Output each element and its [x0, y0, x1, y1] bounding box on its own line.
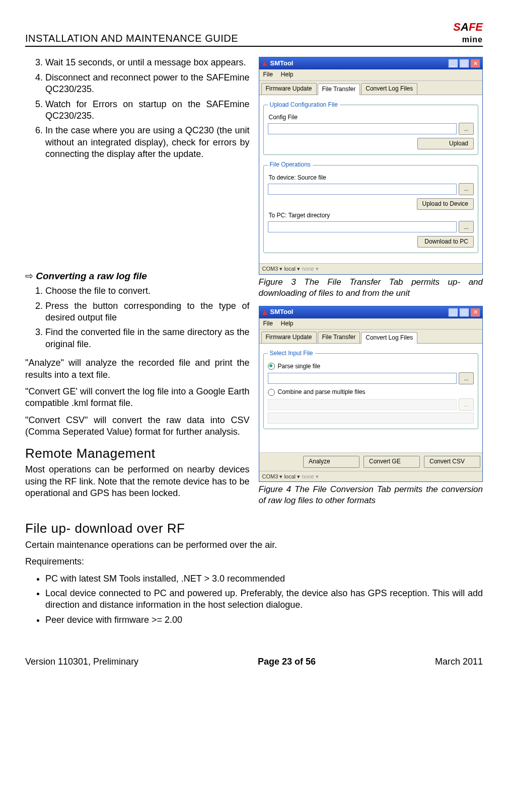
convert-csv-button[interactable]: Convert CSV: [424, 456, 480, 468]
analyze-button[interactable]: Analyze: [303, 456, 359, 468]
menu-help[interactable]: Help: [281, 320, 294, 328]
download-to-pc-button[interactable]: Download to PC: [417, 236, 474, 248]
menu-help[interactable]: Help: [281, 71, 294, 79]
para-convert-ge: "Convert GE' will convert the log file i…: [25, 386, 250, 410]
footer-page-number: Page 23 of 56: [258, 656, 316, 668]
list-item: Local device connected to PC and powered…: [45, 588, 483, 611]
source-file-input[interactable]: [268, 184, 457, 195]
titlebar[interactable]: SMTool _ □ ✕: [259, 306, 483, 318]
requirements-label: Requirements:: [25, 556, 483, 567]
tab-convert-log-files[interactable]: Convert Log Files: [361, 332, 417, 344]
browse-button[interactable]: ...: [459, 123, 474, 135]
list-item: Peer device with firmware >= 2.00: [45, 614, 483, 626]
statusbar: COM3 ▾ local ▾ none ▾: [259, 471, 483, 481]
radio-parse-single[interactable]: [268, 363, 275, 370]
radio-combine-multiple[interactable]: [268, 389, 275, 396]
menu-file[interactable]: File: [263, 320, 273, 328]
section-heading-converting: Converting a raw log file: [25, 270, 250, 283]
window-title: SMTool: [270, 59, 294, 68]
group-legend: Upload Configuration File: [268, 101, 340, 109]
list-item: Find the converted file in the same dire…: [45, 327, 250, 350]
label-config-file: Config File: [269, 114, 474, 122]
maximize-icon[interactable]: □: [459, 59, 469, 68]
browse-button[interactable]: ...: [459, 221, 474, 233]
para-remote: Most operations can be performed on near…: [25, 464, 250, 499]
config-file-input[interactable]: [268, 123, 457, 134]
tab-convert-log-files[interactable]: Convert Log Files: [361, 83, 417, 95]
status-local[interactable]: local ▾: [284, 473, 300, 479]
heading-file-rf: File up- download over RF: [25, 520, 483, 537]
close-icon[interactable]: ✕: [470, 59, 480, 68]
para-convert-csv: "Convert CSV" will convert the raw data …: [25, 415, 250, 438]
window-title: SMTool: [270, 308, 294, 316]
status-com[interactable]: COM3 ▾: [262, 473, 283, 479]
list-item: Choose the file to convert.: [45, 285, 250, 297]
tab-firmware-update[interactable]: Firmware Update: [261, 83, 317, 95]
target-dir-input[interactable]: [268, 221, 457, 232]
status-none[interactable]: none ▾: [302, 266, 319, 272]
list-item: Press the button corresponding to the ty…: [45, 300, 250, 324]
requirements-list: PC with latest SM Tools installed, .NET …: [25, 573, 483, 626]
list-item: In the case where you are using a QC230 …: [45, 125, 250, 160]
safemine-logo: SAFE mine: [453, 20, 483, 45]
upload-button[interactable]: Upload: [417, 138, 474, 150]
smtool-window-file-transfer: SMTool _ □ ✕ File Help Firmware Update F…: [259, 57, 483, 274]
doc-title: INSTALLATION AND MAINTENANCE GUIDE: [25, 32, 238, 45]
label-to-pc: To PC: Target directory: [269, 212, 474, 220]
minimize-icon[interactable]: _: [448, 59, 458, 68]
multi-file-input: [268, 399, 457, 410]
titlebar[interactable]: SMTool _ □ ✕: [259, 57, 483, 69]
browse-button[interactable]: ...: [459, 183, 474, 195]
minimize-icon[interactable]: _: [448, 308, 458, 317]
status-none[interactable]: none ▾: [302, 473, 319, 479]
single-file-input[interactable]: [268, 373, 457, 384]
tab-file-transfer[interactable]: File Transfer: [318, 332, 360, 343]
multi-file-select: [268, 413, 474, 424]
smtool-window-convert-log: SMTool _ □ ✕ File Help Firmware Update F…: [259, 306, 483, 482]
browse-button[interactable]: ...: [459, 372, 474, 384]
page-footer: Version 110301, Preliminary Page 23 of 5…: [25, 656, 483, 668]
radio-label: Parse single file: [278, 363, 321, 371]
footer-date: March 2011: [435, 656, 483, 668]
label-to-device: To device: Source file: [269, 174, 474, 182]
figure4-caption: Figure 4 The File Conversion Tab permits…: [259, 484, 483, 506]
convert-ge-button[interactable]: Convert GE: [364, 456, 420, 468]
list-item: Watch for Errors on startup on the SAFEm…: [45, 99, 250, 122]
radio-label: Combine and parse multiple files: [278, 388, 366, 396]
app-icon: [261, 60, 268, 67]
figure3-caption: Figure 3 The File Transfer Tab permits u…: [259, 277, 483, 299]
tab-strip: Firmware Update File Transfer Convert Lo…: [259, 330, 483, 344]
group-select-input: Select Input File Parse single file ... …: [263, 350, 479, 429]
list-item: Disconnect and reconnect power to the SA…: [45, 72, 250, 96]
app-icon: [261, 309, 268, 316]
tab-firmware-update[interactable]: Firmware Update: [261, 332, 317, 343]
tab-strip: Firmware Update File Transfer Convert Lo…: [259, 81, 483, 95]
maximize-icon[interactable]: □: [459, 308, 469, 317]
list-item: PC with latest SM Tools installed, .NET …: [45, 573, 483, 585]
footer-version: Version 110301, Preliminary: [25, 656, 138, 668]
instruction-list-1: Wait 15 seconds, or until a message box …: [25, 57, 250, 160]
tab-file-transfer[interactable]: File Transfer: [318, 84, 360, 95]
heading-remote-management: Remote Management: [25, 445, 250, 462]
status-com[interactable]: COM3 ▾: [262, 266, 283, 272]
statusbar: COM3 ▾ local ▾ none ▾: [259, 263, 483, 274]
list-item: Wait 15 seconds, or until a message box …: [45, 57, 250, 68]
page-header: INSTALLATION AND MAINTENANCE GUIDE SAFE …: [25, 20, 483, 47]
group-file-operations: File Operations To device: Source file .…: [263, 161, 479, 253]
upload-to-device-button[interactable]: Upload to Device: [417, 198, 474, 210]
close-icon[interactable]: ✕: [470, 308, 480, 317]
para-analyze: "Analyze" will analyze the recorded file…: [25, 357, 250, 381]
para-rf: Certain maintenance operations can be pe…: [25, 539, 483, 551]
menu-file[interactable]: File: [263, 71, 273, 79]
group-legend: File Operations: [268, 161, 313, 169]
browse-button: ...: [459, 398, 474, 411]
instruction-list-2: Choose the file to convert. Press the bu…: [25, 285, 250, 350]
menubar: File Help: [259, 69, 483, 81]
group-legend: Select Input File: [268, 350, 315, 358]
status-local[interactable]: local ▾: [284, 266, 300, 272]
menubar: File Help: [259, 318, 483, 330]
group-upload-config: Upload Configuration File Config File ..…: [263, 101, 479, 155]
